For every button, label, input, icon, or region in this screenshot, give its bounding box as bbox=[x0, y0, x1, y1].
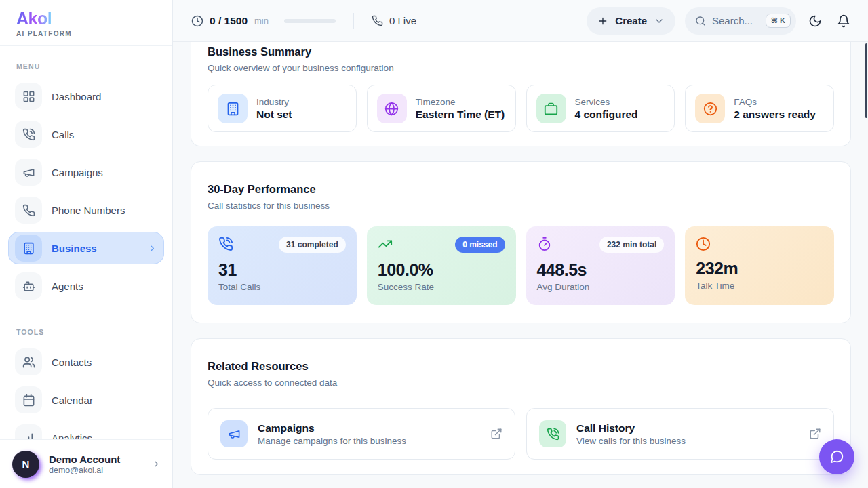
building-icon bbox=[218, 94, 248, 123]
avatar: N bbox=[12, 451, 39, 478]
account-name: Demo Account bbox=[49, 453, 120, 465]
sidebar-item-campaigns[interactable]: Campaigns bbox=[8, 156, 164, 188]
stat-badge: 0 missed bbox=[455, 237, 505, 253]
business-summary-panel: Business Summary Quick overview of your … bbox=[191, 42, 851, 146]
stat-label: Talk Time bbox=[696, 281, 823, 291]
logo-block: Akol AI PLATFORM bbox=[0, 0, 172, 46]
app-tagline: AI PLATFORM bbox=[16, 30, 156, 37]
usage-count: 0 / 1500 bbox=[210, 15, 248, 27]
external-link-icon bbox=[490, 428, 502, 440]
resources-panel: Related Resources Quick access to connec… bbox=[191, 338, 851, 475]
stat-card-avg-duration: 232 min total448.5sAvg Duration bbox=[526, 226, 675, 305]
resource-card-description: View calls for this business bbox=[576, 436, 686, 446]
stat-value: 232m bbox=[696, 259, 823, 279]
resource-card-text: CampaignsManage campaigns for this busin… bbox=[258, 422, 406, 446]
sidebar-item-agents[interactable]: Agents bbox=[8, 270, 164, 302]
app-logo: Akol bbox=[16, 9, 52, 28]
create-button-label: Create bbox=[615, 15, 647, 26]
search-shortcut-badge: ⌘ K bbox=[766, 14, 791, 28]
search-icon bbox=[695, 16, 706, 26]
account-email: demo@akol.ai bbox=[49, 466, 120, 475]
stat-value: 100.0% bbox=[378, 260, 505, 280]
summary-card-value: Not set bbox=[256, 108, 292, 121]
message-circle-icon bbox=[829, 449, 844, 464]
stat-card-header: 31 completed bbox=[218, 237, 346, 253]
sidebar-item-calls[interactable]: Calls bbox=[8, 118, 164, 150]
bot-icon bbox=[15, 272, 42, 300]
briefcase-icon bbox=[536, 94, 566, 123]
resource-cards: CampaignsManage campaigns for this busin… bbox=[208, 408, 834, 460]
live-calls-indicator: 0 Live bbox=[372, 15, 416, 26]
megaphone-icon bbox=[15, 159, 42, 186]
create-button[interactable]: Create bbox=[587, 7, 675, 35]
sidebar-item-contacts[interactable]: Contacts bbox=[8, 346, 164, 378]
search-input[interactable]: Search... ⌘ K bbox=[685, 7, 796, 35]
stat-value: 31 bbox=[218, 260, 346, 280]
resources-subtitle: Quick access to connected data bbox=[208, 376, 834, 390]
phone-icon bbox=[15, 197, 42, 224]
stat-card-success-rate: 0 missed100.0%Success Rate bbox=[367, 226, 516, 305]
summary-card-text: IndustryNot set bbox=[256, 97, 292, 121]
phone-call-icon bbox=[15, 121, 42, 148]
stat-badge: 31 completed bbox=[279, 237, 346, 253]
usage-meter: 0 / 1500 min bbox=[191, 15, 336, 27]
stat-card-total-calls: 31 completed31Total Calls bbox=[208, 226, 357, 305]
business-summary-subtitle: Quick overview of your business configur… bbox=[208, 62, 834, 75]
phone-icon bbox=[372, 15, 383, 26]
sidebar-item-phone-numbers[interactable]: Phone Numbers bbox=[8, 194, 164, 226]
external-link-icon bbox=[809, 428, 821, 440]
resource-card-call-history[interactable]: Call HistoryView calls for this business bbox=[526, 408, 834, 460]
clock-icon bbox=[696, 237, 711, 251]
summary-card-industry: IndustryNot set bbox=[208, 85, 357, 132]
summary-card-value: 2 answers ready bbox=[734, 108, 816, 121]
chevron-right-icon bbox=[147, 243, 157, 253]
stat-card-talk-time: 232mTalk Time bbox=[685, 226, 834, 305]
summary-card-value: 4 configured bbox=[575, 108, 638, 121]
clock-icon bbox=[191, 15, 203, 27]
stat-card-header: 0 missed bbox=[378, 237, 505, 253]
sidebar-item-label: Calls bbox=[52, 129, 74, 140]
chevron-down-icon bbox=[654, 16, 665, 26]
chat-fab-button[interactable] bbox=[819, 439, 854, 474]
building-icon bbox=[15, 235, 42, 262]
sidebar-item-business[interactable]: Business bbox=[8, 232, 164, 264]
summary-card-label: Timezone bbox=[416, 97, 505, 107]
account-row[interactable]: N Demo Account demo@akol.ai bbox=[0, 439, 172, 488]
phone-call-icon bbox=[218, 237, 233, 251]
dark-mode-toggle[interactable] bbox=[806, 12, 825, 30]
stat-label: Avg Duration bbox=[537, 282, 665, 292]
performance-title: 30-Day Performance bbox=[208, 181, 834, 197]
layout-grid-icon bbox=[15, 83, 42, 110]
summary-card-text: TimezoneEastern Time (ET) bbox=[416, 97, 505, 121]
sidebar-item-calendar[interactable]: Calendar bbox=[8, 384, 164, 416]
performance-subtitle: Call statistics for this business bbox=[208, 199, 834, 213]
sidebar-item-label: Phone Numbers bbox=[52, 205, 125, 216]
divider bbox=[353, 13, 354, 29]
help-circle-icon bbox=[695, 94, 725, 123]
sidebar-item-label: Business bbox=[52, 243, 97, 254]
topbar: 0 / 1500 min 0 Live Create Search... ⌘ K bbox=[173, 0, 868, 42]
summary-card-label: Industry bbox=[256, 97, 292, 107]
usage-unit: min bbox=[254, 16, 269, 26]
plus-icon bbox=[597, 16, 608, 26]
scrollbar-thumb[interactable] bbox=[865, 43, 867, 118]
calendar-icon bbox=[15, 386, 42, 413]
summary-card-label: Services bbox=[575, 97, 638, 107]
resource-card-campaigns[interactable]: CampaignsManage campaigns for this busin… bbox=[208, 408, 515, 460]
chevron-right-icon bbox=[151, 459, 161, 469]
trending-up-icon bbox=[378, 237, 393, 251]
topbar-actions: Create Search... ⌘ K bbox=[587, 7, 853, 35]
account-info: Demo Account demo@akol.ai bbox=[49, 453, 120, 475]
summary-card-text: Services4 configured bbox=[575, 97, 638, 121]
sidebar-item-label: Contacts bbox=[52, 357, 92, 368]
stat-value: 448.5s bbox=[537, 260, 665, 280]
stat-label: Success Rate bbox=[378, 282, 505, 292]
phone-call-icon bbox=[539, 420, 566, 447]
stat-card-header: 232 min total bbox=[537, 237, 665, 253]
summary-card-faqs: FAQs2 answers ready bbox=[685, 85, 834, 132]
globe-icon bbox=[377, 94, 407, 123]
notifications-button[interactable] bbox=[834, 12, 853, 30]
sidebar-item-label: Agents bbox=[52, 281, 83, 292]
sidebar-item-label: Dashboard bbox=[52, 91, 101, 102]
sidebar-item-dashboard[interactable]: Dashboard bbox=[8, 80, 164, 113]
